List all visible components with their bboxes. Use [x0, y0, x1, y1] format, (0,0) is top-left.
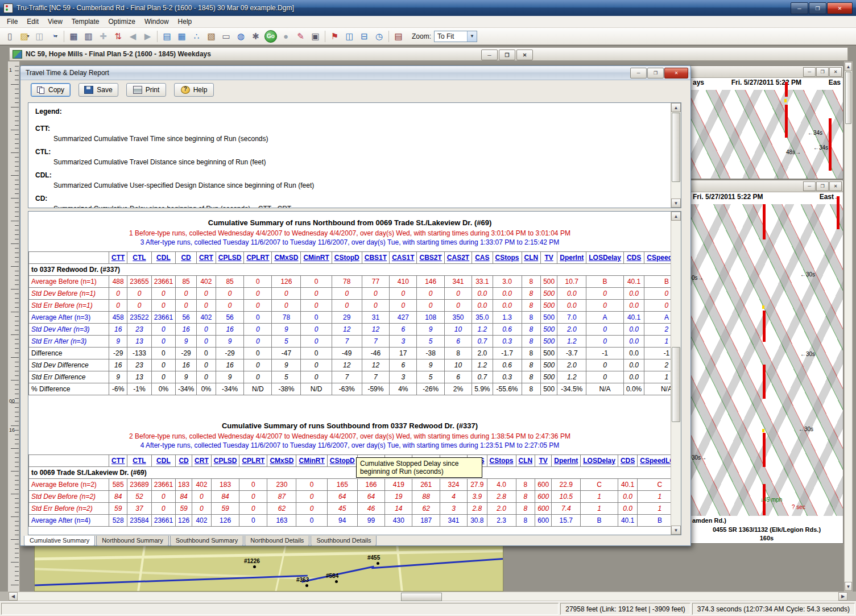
scroll-thumb[interactable]	[845, 72, 851, 124]
dialog-maximize-button[interactable]: ❐	[647, 68, 664, 78]
report-icon[interactable]: ▧	[204, 30, 218, 43]
column-header-cdl[interactable]: CDL	[151, 455, 175, 467]
scroll-left-icon[interactable]: ◀	[9, 592, 18, 601]
minimize-button[interactable]: ─	[791, 2, 808, 14]
print-icon[interactable]: ▣	[308, 30, 322, 43]
timespace-panel-bottom-titlebar[interactable]: ─ ❐ ✕	[690, 180, 843, 192]
child-minimize-button[interactable]: ─	[481, 49, 498, 60]
column-header-tv[interactable]: TV	[535, 455, 552, 467]
child-restore-button[interactable]: ❐	[499, 49, 515, 60]
column-header-cas[interactable]: CAS	[472, 252, 493, 264]
grid-view-icon[interactable]: ▦	[175, 30, 189, 43]
scroll-up-icon[interactable]: ▲	[671, 212, 681, 221]
link-list-icon[interactable]: ▥	[81, 30, 96, 43]
panel-close-button[interactable]: ✕	[829, 67, 842, 77]
column-header-cds[interactable]: CDS	[618, 455, 637, 467]
legend-scrollbar[interactable]: ▲ ▼	[671, 103, 681, 208]
back-icon[interactable]: ◀	[126, 30, 140, 43]
column-header-cstops[interactable]: CStops	[493, 252, 522, 264]
menu-template[interactable]: Template	[67, 16, 104, 27]
column-header-cbs1t[interactable]: CBS1T	[362, 252, 389, 264]
zoom-dropdown-arrow-icon[interactable]: ▼	[467, 31, 477, 42]
print-button[interactable]: Print	[126, 83, 166, 97]
scroll-thumb[interactable]	[672, 347, 680, 422]
column-header-cln[interactable]: CLN	[522, 252, 541, 264]
tab-southbound-summary[interactable]: Southbound Summary	[170, 536, 243, 546]
open-file-icon[interactable]: ▨▾	[18, 30, 32, 43]
menu-file[interactable]: File	[2, 16, 22, 27]
column-header-cspeedlos[interactable]: CSpeedLOS	[638, 455, 671, 467]
column-header-ctl[interactable]: CTL	[127, 455, 151, 467]
tab-northbound-summary[interactable]: Northbound Summary	[96, 536, 169, 546]
column-header-cd[interactable]: CD	[176, 252, 197, 264]
column-header-crt[interactable]: CRT	[192, 455, 212, 467]
stop-icon[interactable]: ●	[279, 30, 293, 43]
column-header-cd[interactable]: CD	[176, 455, 192, 467]
split-vertical-icon[interactable]: ⊟	[357, 30, 371, 43]
street-map[interactable]: #1226#455#584#363	[34, 545, 503, 592]
go-button[interactable]: Go	[264, 30, 277, 43]
column-header-dperint[interactable]: DperInt	[552, 455, 581, 467]
column-header-cstops[interactable]: CStops	[487, 455, 516, 467]
column-header-ctt[interactable]: CTT	[109, 455, 127, 467]
forward-icon[interactable]: ▶	[140, 30, 155, 43]
notes-icon[interactable]: ▭	[219, 30, 233, 43]
scroll-down-icon[interactable]: ▼	[671, 199, 681, 208]
panel-close-button[interactable]: ✕	[829, 181, 842, 191]
column-header-losdelay[interactable]: LOSDelay	[586, 252, 624, 264]
column-header-cdl[interactable]: CDL	[151, 252, 175, 264]
column-header-cplsd[interactable]: CPLSD	[216, 252, 244, 264]
add-intersection-icon[interactable]: ✚	[96, 30, 110, 43]
menu-help[interactable]: Help	[173, 16, 197, 27]
child-close-button[interactable]: ✕	[516, 49, 533, 60]
scroll-up-icon[interactable]: ▲	[845, 62, 852, 71]
save-icon[interactable]: ◫	[32, 30, 47, 43]
column-header-cstopd[interactable]: CStopD	[327, 455, 357, 467]
column-header-cmxsd[interactable]: CMxSD	[272, 252, 301, 264]
globe-icon[interactable]: ◍	[234, 30, 248, 43]
column-header-cbs2t[interactable]: CBS2T	[417, 252, 444, 264]
panel-restore-button[interactable]: ❐	[816, 67, 829, 77]
dialog-titlebar[interactable]: Travel Time & Delay Report ─ ❐ ✕	[20, 66, 690, 80]
signal-timing-icon[interactable]: ⇅	[111, 30, 125, 43]
column-header-losdelay[interactable]: LOSDelay	[581, 455, 618, 467]
menu-optimize[interactable]: Optimize	[104, 16, 140, 27]
scroll-thumb[interactable]	[401, 593, 442, 601]
table-view-icon[interactable]: ▤	[160, 30, 174, 43]
help-button[interactable]: Help	[174, 83, 214, 97]
dialog-minimize-button[interactable]: ─	[630, 68, 647, 78]
main-horizontal-scrollbar[interactable]: ◀ ▶	[8, 592, 848, 601]
new-document-icon[interactable]: ▯	[3, 30, 17, 43]
close-button[interactable]: ✕	[827, 2, 853, 14]
save-button[interactable]: Save	[78, 83, 118, 97]
copy-button[interactable]: Copy	[31, 83, 71, 97]
scroll-up-icon[interactable]: ▲	[671, 103, 681, 112]
main-vertical-scrollbar[interactable]: ▲ ▼	[844, 61, 853, 592]
timespace-panel-top-titlebar[interactable]: ─ ❐ ✕	[690, 66, 843, 78]
column-header-ctl[interactable]: CTL	[127, 252, 151, 264]
flag-icon[interactable]: ⚑	[328, 30, 342, 43]
column-header-cmxsd[interactable]: CMxSD	[267, 455, 296, 467]
help-book-icon[interactable]: ▤	[391, 30, 406, 43]
column-header-cplrt[interactable]: CPLRT	[244, 252, 272, 264]
panel-minimize-button[interactable]: ─	[803, 181, 816, 191]
tab-southbound-details[interactable]: Southbound Details	[311, 536, 377, 546]
tab-northbound-details[interactable]: Northbound Details	[245, 536, 309, 546]
panel-minimize-button[interactable]: ─	[803, 67, 816, 77]
eraser-icon[interactable]: ✎	[293, 30, 308, 43]
menu-view[interactable]: View	[43, 16, 67, 27]
column-header-dperint[interactable]: DperInt	[557, 252, 586, 264]
scatter-plot-icon[interactable]: ∴	[189, 30, 204, 43]
column-header-cstopd[interactable]: CStopD	[332, 252, 362, 264]
timespace-diagram[interactable]: Fri. 5/27/2011 5:22 PM East→ amden Rd.) …	[690, 192, 843, 543]
scroll-thumb[interactable]	[672, 113, 680, 182]
dialog-close-button[interactable]: ✕	[664, 68, 688, 78]
split-horizontal-icon[interactable]: ◫	[342, 30, 357, 43]
maximize-button[interactable]: ❐	[809, 2, 826, 14]
child-window-titlebar[interactable]: NC 59, Hope Mills - Final Plan 5-2 (1600…	[9, 47, 848, 61]
column-header-cplsd[interactable]: CPLSD	[211, 455, 239, 467]
column-header-ctt[interactable]: CTT	[109, 252, 127, 264]
column-header-cminrt[interactable]: CMinRT	[296, 455, 327, 467]
titlebar[interactable]: Tru-Traffic [NC 59 - Cumberland Rd - Fin…	[0, 0, 856, 16]
column-header-cminrt[interactable]: CMinRT	[301, 252, 332, 264]
